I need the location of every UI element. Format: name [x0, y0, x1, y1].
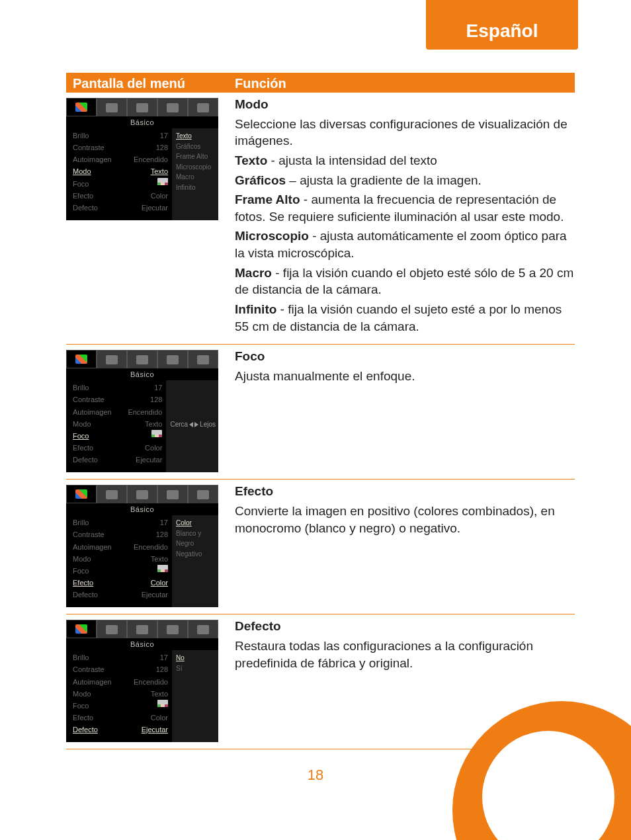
menu-item-value: Encendido [134, 541, 168, 553]
menu-screenshot-defecto: Básico Brillo17 Contraste128 AutoimagenE… [66, 618, 228, 742]
submenu-item: Frame Alto [176, 151, 216, 162]
submenu-item: Texto [176, 131, 216, 142]
submenu-item: Negativo [176, 549, 216, 560]
menu-item-value: Texto [145, 418, 162, 430]
func-foco: Foco Ajusta manualmente el enfoque. [228, 348, 575, 472]
menu-item-label: Foco [73, 565, 89, 577]
menu-item-label: Modo [73, 165, 91, 177]
func-title: Modo [235, 96, 575, 113]
menu-item-label: Modo [73, 688, 91, 700]
language-tab: Español [426, 0, 578, 50]
menu-tab [127, 98, 157, 116]
term-desc: - fija la visión cuando el sujeto esté a… [235, 302, 562, 333]
menu-item-value: 17 [160, 651, 168, 663]
term: Texto [235, 153, 267, 167]
tab-icon [197, 103, 209, 112]
menu-item-value: Encendido [134, 153, 168, 165]
palette-icon [75, 355, 87, 364]
menu-item-label: Defecto [73, 589, 98, 601]
menu-item-value: 128 [156, 528, 168, 540]
func-title: Defecto [235, 618, 575, 635]
term: Infinito [235, 302, 276, 316]
func-title: Foco [235, 348, 575, 365]
menu-item-label: Defecto [73, 724, 98, 735]
menu-item-label: Brillo [73, 517, 89, 528]
tab-icon [197, 355, 209, 364]
focus-bar-icon [157, 700, 168, 707]
tab-icon [136, 625, 148, 634]
menu-item-label: Foco [73, 700, 89, 712]
term-desc: – ajusta la gradiente de la imagen. [286, 173, 482, 187]
tab-icon [136, 103, 148, 112]
menu-item-label: Autoimagen [73, 676, 112, 688]
focus-bar-icon [157, 565, 168, 572]
menu-item-value: Color [151, 190, 168, 202]
menu-item-label: Autoimagen [73, 541, 112, 553]
header-right: Función [228, 76, 575, 91]
menu-item-value: 17 [154, 382, 162, 394]
func-efecto: Efecto Convierte la imagen en positivo (… [228, 483, 575, 607]
tab-icon [197, 625, 209, 634]
menu-item-value: Ejecutar [142, 202, 168, 214]
term: Frame Alto [235, 192, 300, 206]
focus-bar-icon [157, 178, 168, 185]
menu-item-label: Autoimagen [73, 153, 112, 165]
menu-title: Básico [66, 116, 218, 128]
section-foco: Básico Brillo17 Contraste128 AutoimagenE… [66, 345, 575, 480]
submenu-item: Microscopio [176, 162, 216, 173]
arrow-right-icon [194, 422, 198, 427]
menu-screenshot-foco: Básico Brillo17 Contraste128 AutoimagenE… [66, 348, 228, 472]
menu-item-label: Contraste [73, 528, 105, 540]
menu-item-label: Modo [73, 418, 91, 430]
tab-icon [167, 355, 179, 364]
menu-title: Básico [66, 368, 218, 380]
menu-item-value: Ejecutar [142, 589, 168, 601]
tab-icon [167, 103, 179, 112]
menu-tab-active [66, 98, 97, 116]
menu-screenshot-modo: Básico Brillo17 Contraste128 AutoimagenE… [66, 96, 228, 337]
func-title: Efecto [235, 483, 575, 500]
tab-icon [197, 490, 209, 499]
menu-screenshot-efecto: Básico Brillo17 Contraste128 AutoimagenE… [66, 483, 228, 607]
submenu-foco: CercaLejos [166, 380, 218, 472]
menu-item-label: Efecto [73, 442, 93, 454]
term: Gráficos [235, 173, 286, 187]
tab-icon [136, 355, 148, 364]
func-desc: Seleccione las diversas configuraciones … [235, 116, 575, 149]
submenu-item: Blanco y Negro [176, 528, 216, 549]
submenu-modo: Texto Gráficos Frame Alto Microscopio Ma… [172, 128, 218, 220]
menu-item-label: Contraste [73, 663, 105, 675]
term-desc: - fija la visión cuando el objeto esté s… [235, 266, 573, 297]
menu-item-value: 17 [160, 130, 168, 142]
menu-item-value: Encendido [128, 406, 162, 418]
func-desc: Restaura todas las configuraciones a la … [235, 638, 575, 671]
menu-item-value: Ejecutar [136, 454, 162, 466]
term-desc: - ajusta la intensidad del texto [267, 153, 437, 167]
menu-item-value: Color [145, 442, 162, 454]
focus-bar-icon [151, 430, 162, 437]
tab-icon [106, 355, 118, 364]
menu-item-label: Brillo [73, 130, 89, 142]
submenu-item: Sí [176, 663, 216, 674]
palette-icon [75, 624, 87, 634]
slider-right-label: Lejos [200, 419, 216, 430]
submenu-efecto: Color Blanco y Negro Negativo [172, 515, 218, 607]
tab-icon [106, 625, 118, 634]
table-header: Pantalla del menú Función [66, 73, 575, 93]
tab-icon [167, 625, 179, 634]
menu-item-value: Color [151, 577, 168, 589]
menu-item-label: Foco [73, 178, 89, 190]
arrow-left-icon [189, 422, 193, 427]
menu-item-value: Texto [151, 165, 168, 177]
menu-item-value: Encendido [134, 676, 168, 688]
tab-icon [106, 103, 118, 112]
submenu-item: Macro [176, 172, 216, 183]
header-left: Pantalla del menú [66, 76, 228, 91]
menu-tab [97, 98, 127, 116]
func-modo: Modo Seleccione las diversas configuraci… [228, 96, 575, 337]
submenu-item: No [176, 653, 216, 663]
tab-icon [106, 490, 118, 499]
menu-item-label: Contraste [73, 142, 105, 153]
slider-left-label: Cerca [170, 419, 188, 430]
menu-item-label: Defecto [73, 454, 98, 466]
